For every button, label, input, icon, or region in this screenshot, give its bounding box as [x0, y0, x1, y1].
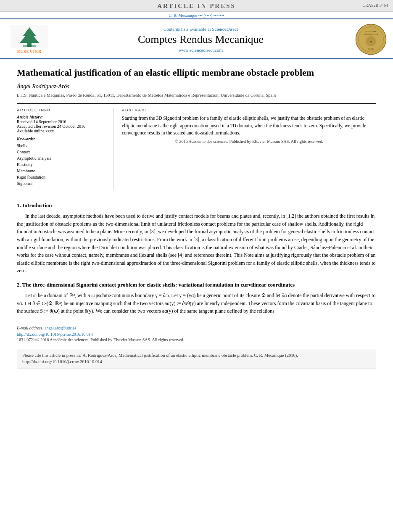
keyword-rigid: Rigid foundation — [17, 174, 108, 180]
email-line: E-mail address: angel.aros@udc.es — [17, 326, 376, 330]
footer-area: E-mail address: angel.aros@udc.es http:/… — [17, 323, 376, 342]
section2-paragraph: Let ω be a domain of ℝ², with a Lipschit… — [17, 292, 376, 315]
article-in-press-banner: ARTICLE IN PRESS CRAS2B:3464 — [0, 0, 393, 12]
elsevier-logo: ELSEVIER — [6, 25, 53, 54]
article-info-label: ARTICLE INFO — [17, 108, 108, 112]
journal-ref-text: C. R. Mecanique ••• (••••) •••–••• — [169, 13, 224, 18]
section2-heading: 2. The three-dimensional Signorini conta… — [17, 282, 376, 288]
svg-text:ACADÉMIE: ACADÉMIE — [365, 30, 376, 32]
article-info-column: ARTICLE INFO Article history: Received 1… — [17, 108, 113, 190]
keyword-contact: Contact — [17, 149, 108, 155]
received-date: Received 14 September 2016 — [17, 119, 108, 124]
keyword-elasticity: Elasticity — [17, 161, 108, 168]
keyword-asymptotic: Asymptotic analysis — [17, 155, 108, 161]
section1-title: Introduction — [22, 202, 52, 208]
article-history-group: Article history: Received 14 September 2… — [17, 115, 108, 133]
sciencedirect-link[interactable]: Contents lists available at ScienceDirec… — [53, 26, 349, 32]
abstract-column: ABSTRACT Starting from the 3D Signorini … — [122, 108, 376, 190]
svg-text:PARIS: PARIS — [368, 48, 374, 50]
svg-text:⚜: ⚜ — [369, 40, 372, 44]
issn-line: 1631-0721/© 2016 Académie des sciences. … — [17, 337, 376, 342]
doi-line[interactable]: http://dx.doi.org/10.1016/j.crme.2016.10… — [17, 332, 376, 337]
article-affiliation: E.T.S. Náutica e Máquinas, Paseo de Rond… — [17, 92, 376, 99]
main-content: Mathematical justification of an elastic… — [0, 59, 393, 377]
journal-url[interactable]: www.sciencedirect.com — [53, 47, 349, 53]
section1-number: 1. — [17, 202, 21, 208]
section2-title: The three-dimensional Signorini contact … — [22, 282, 295, 288]
academy-logo-container: ACADÉMIE DES SCIENCES ⚜ PARIS — [349, 24, 387, 55]
keyword-membrane: Membrane — [17, 168, 108, 174]
journal-reference-line: C. R. Mecanique ••• (••••) •••–••• — [0, 12, 393, 19]
keyword-shells: Shells — [17, 142, 108, 149]
section1-heading: 1. Introduction — [17, 202, 376, 209]
email-label: E-mail address: — [17, 326, 44, 330]
abstract-label: ABSTRACT — [122, 108, 376, 112]
available-online: Available online xxxx — [17, 129, 108, 133]
cras-number: CRAS2B:3464 — [362, 3, 388, 8]
header-center: Contents lists available at ScienceDirec… — [53, 26, 349, 53]
elsevier-tree-icon — [11, 25, 48, 48]
history-heading: Article history: — [17, 115, 108, 119]
svg-rect-2 — [23, 45, 36, 47]
keywords-group: Keywords: Shells Contact Asymptotic anal… — [17, 137, 108, 187]
accepted-date: Accepted after revision 24 October 2016 — [17, 124, 108, 129]
svg-text:DES SCIENCES: DES SCIENCES — [364, 33, 378, 35]
elsevier-label: ELSEVIER — [17, 49, 42, 54]
keywords-heading: Keywords: — [17, 137, 108, 141]
section1-paragraph: In the last decade, asymptotic methods h… — [17, 212, 376, 275]
article-authors: Ángel Rodríguez-Arós — [17, 83, 376, 90]
section-divider — [17, 196, 376, 196]
copyright-line: © 2016 Académie des sciences. Published … — [122, 139, 376, 144]
article-info-abstract-area: ARTICLE INFO Article history: Received 1… — [17, 103, 376, 190]
abstract-text: Starting from the 3D Signorini problem f… — [122, 115, 376, 137]
journal-header: ELSEVIER Contents lists available at Sci… — [0, 19, 393, 59]
email-link[interactable]: angel.aros@udc.es — [45, 326, 76, 330]
section2-number: 2. — [17, 282, 21, 288]
journal-title: Comptes Rendus Mecanique — [53, 33, 349, 46]
academy-logo-icon: ACADÉMIE DES SCIENCES ⚜ PARIS — [355, 24, 387, 55]
article-title: Mathematical justification of an elastic… — [17, 67, 376, 79]
keyword-signorini: Signorini — [17, 180, 108, 187]
banner-text: ARTICLE IN PRESS — [157, 3, 236, 9]
cite-box: Please cite this article in press as: Á.… — [17, 349, 376, 369]
